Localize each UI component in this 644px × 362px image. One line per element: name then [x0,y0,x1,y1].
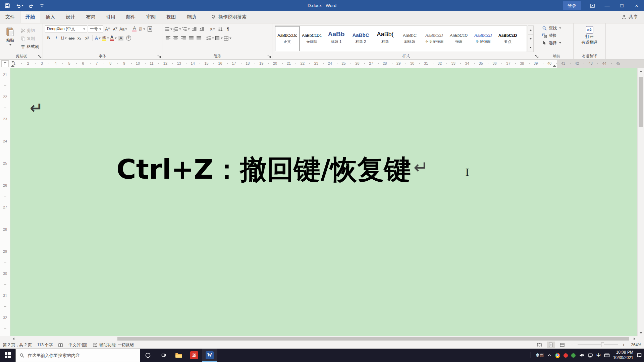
styles-expand-button[interactable] [528,43,533,52]
clear-formatting-button[interactable]: A [131,25,138,33]
taskbar-grip[interactable] [531,352,532,358]
align-right-button[interactable] [180,35,187,42]
h-ruler[interactable]: 1234567891011121314151617181920212223242… [0,60,644,68]
zoom-level[interactable]: 264% [629,343,641,347]
close-button[interactable]: × [629,0,644,11]
font-name-combo[interactable]: DengXian (中文 [45,25,87,33]
tab-开始[interactable]: 开始 [20,11,40,23]
touch-keyboard-icon[interactable] [604,353,610,358]
styles-dialog-launcher[interactable] [535,55,539,59]
style-item-正文[interactable]: AaBbCcDc正文 [275,26,300,51]
character-shading-button[interactable]: A [117,35,124,42]
tab-file[interactable]: 文件 [0,11,20,23]
font-color-button[interactable]: A [110,35,117,42]
text-effects-button[interactable]: A [94,35,101,42]
styles-scroll-down-button[interactable] [528,35,533,43]
read-mode-button[interactable] [535,342,543,348]
numbering-button[interactable] [173,25,181,33]
file-explorer-button[interactable] [171,349,186,362]
zoom-slider-thumb[interactable] [601,343,604,347]
horizontal-scrollbar[interactable] [0,336,644,341]
minimize-button[interactable]: — [600,0,614,11]
undo-button[interactable] [15,3,23,8]
tab-视图[interactable]: 视图 [161,11,181,23]
phonetic-guide-button[interactable]: 拼 [139,25,146,33]
document-page[interactable]: ↵ Ctrl+Z：撤回键/恢复键↵ I [10,68,637,336]
maximize-button[interactable]: □ [614,0,629,11]
v-ruler[interactable]: 21222324252627282930313233 [0,68,10,336]
enclose-characters-button[interactable]: 字 [125,35,132,42]
superscript-button[interactable]: x² [84,35,91,42]
red-tray-icon[interactable] [564,353,568,358]
desktop-toolbar[interactable]: 桌面 [536,353,544,358]
accessibility-status[interactable]: 辅助功能: 一切就绪 [93,342,134,348]
increase-indent-button[interactable] [198,25,205,33]
style-item-标题 2[interactable]: AaBbC标题 2 [348,26,373,51]
format-painter-button[interactable]: 格式刷 [19,43,40,50]
align-center-button[interactable] [172,35,179,42]
style-item-标题[interactable]: AaBb(标题 [373,26,397,51]
shrink-font-button[interactable]: A [112,25,119,33]
tab-布局[interactable]: 布局 [80,11,101,23]
paragraph-dialog-launcher[interactable] [267,55,271,59]
character-border-button[interactable]: A [146,25,153,33]
chrome-tray-icon[interactable] [555,353,560,358]
highlight-button[interactable]: ab [102,35,109,42]
cortana-button[interactable] [140,349,156,362]
style-item-要点[interactable]: AaBbCcD要点 [495,26,520,51]
scroll-right-button[interactable] [631,336,637,341]
grow-font-button[interactable]: A [104,25,111,33]
style-item-不明显强调[interactable]: AaBbCcD不明显强调 [422,26,446,51]
font-dialog-launcher[interactable] [157,55,161,59]
tab-引用[interactable]: 引用 [101,11,121,23]
signin-button[interactable]: 登录 [563,1,581,10]
vertical-scrollbar[interactable] [637,68,644,336]
task-view-button[interactable] [156,349,171,362]
show-marks-button[interactable]: ¶ [224,25,231,33]
change-case-button[interactable]: Aa [119,25,127,33]
style-item-副标题[interactable]: AaBbC副标题 [397,26,422,51]
scroll-left-button[interactable] [10,336,16,341]
page-info[interactable]: 第 2 页，共 2 页 [3,342,32,348]
share-button[interactable]: 共享 [615,11,644,23]
customize-qat-button[interactable] [40,3,44,8]
paste-button[interactable]: 粘贴 [1,24,19,54]
taskbar-search-input[interactable] [28,353,136,358]
sort-button[interactable] [217,25,224,33]
tab-审阅[interactable]: 审阅 [141,11,161,23]
tab-插入[interactable]: 插入 [40,11,60,23]
zoom-slider[interactable] [578,342,618,348]
language-status[interactable]: 中文(中国) [68,342,87,348]
volume-icon[interactable] [579,353,584,358]
tab-selector[interactable] [1,60,9,67]
tray-chevron-up[interactable] [547,353,552,358]
clipboard-dialog-launcher[interactable] [38,55,42,59]
find-button[interactable]: 查找 [541,24,573,32]
justify-button[interactable] [187,35,195,42]
borders-button[interactable] [223,35,231,42]
print-layout-button[interactable] [547,342,555,348]
network-icon[interactable] [588,353,593,358]
decrease-indent-button[interactable] [191,25,198,33]
start-button[interactable] [0,349,15,362]
italic-button[interactable]: I [53,35,60,42]
green-tray-icon[interactable] [571,353,576,358]
web-layout-button[interactable] [558,342,566,348]
zoom-in-button[interactable]: + [621,342,626,348]
youdao-translate-button[interactable]: A文 打开 有道翻译 [574,24,605,45]
replace-button[interactable]: 替换 [541,32,573,39]
clock[interactable]: 10:08 PM 10/30/2021 [613,350,633,360]
distribute-button[interactable] [195,35,202,42]
tellme-search[interactable]: 操作说明搜索 [211,11,247,23]
style-item-无间隔[interactable]: AaBbCcDc无间隔 [300,26,324,51]
multilevel-list-button[interactable] [182,25,190,33]
subscript-button[interactable]: x₂ [76,35,83,42]
right-indent-marker[interactable] [553,65,556,67]
redo-button[interactable] [29,3,34,8]
asian-layout-button[interactable]: X [209,25,216,33]
bold-button[interactable]: B [45,35,52,42]
zoom-out-button[interactable]: − [570,342,574,348]
action-center-icon[interactable] [637,353,642,358]
cut-button[interactable]: 剪切 [19,27,40,34]
scroll-down-button[interactable] [638,330,644,336]
